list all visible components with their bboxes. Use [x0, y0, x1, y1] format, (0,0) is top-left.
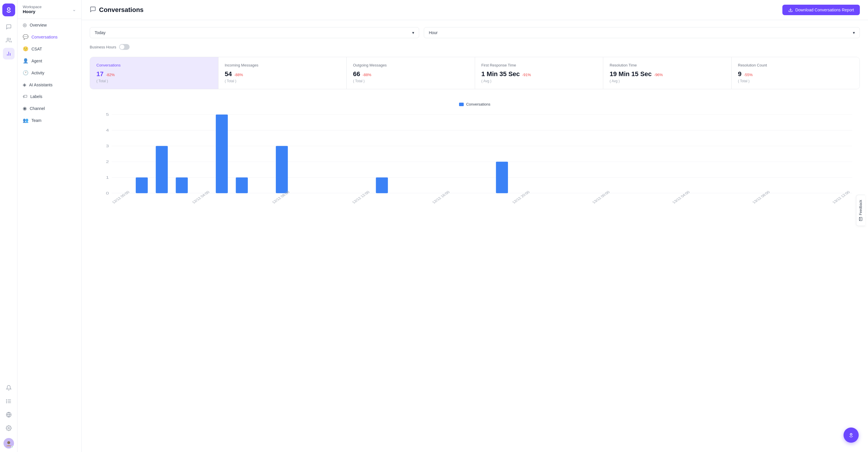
- svg-text:12/12 12:00: 12/12 12:00: [351, 190, 371, 204]
- workspace-info: Workspace Hoory: [23, 5, 42, 14]
- nav-item-ai-assistants[interactable]: ◈ AI Assistants: [18, 79, 81, 91]
- rail-list-icon[interactable]: [3, 395, 14, 407]
- stat-label-resolution-count: Resolution Count: [738, 63, 854, 67]
- fab-button[interactable]: [843, 427, 859, 443]
- team-nav-label: Team: [31, 118, 41, 123]
- business-hours-toggle[interactable]: [119, 44, 130, 50]
- nav-menu: ◎ Overview💬 Conversations🙂 CSAT👤 Agent🕐 …: [18, 19, 81, 126]
- nav-item-agent[interactable]: 👤 Agent: [18, 55, 81, 67]
- stat-sub-resolution-count: ( Total ): [738, 79, 854, 83]
- stat-sub-outgoing-messages: ( Total ): [353, 79, 468, 83]
- bar-2: [156, 146, 168, 193]
- labels-nav-icon: 🏷: [23, 94, 27, 99]
- svg-text:13/12 04:00: 13/12 04:00: [671, 190, 691, 204]
- nav-item-labels[interactable]: 🏷 Labels: [18, 91, 81, 102]
- stat-change-outgoing-messages: -88%: [362, 73, 371, 77]
- ai-assistants-nav-icon: ◈: [23, 82, 26, 87]
- business-hours-row: Business Hours: [90, 44, 860, 50]
- date-filter-chevron-icon: ▾: [412, 30, 414, 35]
- nav-item-overview[interactable]: ◎ Overview: [18, 19, 81, 31]
- bar-19: [496, 162, 508, 193]
- legend-label: Conversations: [466, 102, 490, 107]
- feedback-tab[interactable]: Feedback: [856, 195, 865, 226]
- svg-text:12/12 00:00: 12/12 00:00: [111, 190, 130, 204]
- nav-item-team[interactable]: 👥 Team: [18, 114, 81, 126]
- workspace-label: Workspace: [23, 5, 42, 9]
- stat-value-row-first-response-time: 1 Min 35 Sec -91%: [482, 70, 597, 78]
- stat-change-resolution-count: -55%: [744, 73, 753, 77]
- rail-users-icon[interactable]: [3, 34, 14, 46]
- stat-value-row-resolution-time: 19 Min 15 Sec -96%: [610, 70, 725, 78]
- stat-value-conversations: 17: [96, 70, 103, 78]
- app-logo[interactable]: [2, 3, 15, 16]
- channel-nav-label: Channel: [30, 106, 45, 111]
- main-area: Conversations Download Conversations Rep…: [82, 0, 868, 452]
- nav-item-conversations[interactable]: 💬 Conversations: [18, 31, 81, 43]
- nav-item-channel[interactable]: ◉ Channel: [18, 102, 81, 114]
- bar-5: [216, 115, 228, 193]
- nav-item-csat[interactable]: 🙂 CSAT: [18, 43, 81, 55]
- svg-point-41: [850, 434, 852, 435]
- svg-text:4: 4: [106, 128, 109, 132]
- overview-nav-label: Overview: [30, 23, 46, 27]
- rail-bell-icon[interactable]: [3, 382, 14, 394]
- stat-card-resolution-count[interactable]: Resolution Count 9 -55% ( Total ): [732, 57, 860, 89]
- svg-text:0: 0: [106, 191, 109, 195]
- svg-text:12/12 20:00: 12/12 20:00: [511, 190, 531, 204]
- granularity-filter-value: Hour: [429, 30, 437, 35]
- team-nav-icon: 👥: [23, 117, 29, 123]
- bar-13: [376, 177, 388, 193]
- svg-point-1: [8, 8, 10, 10]
- activity-nav-icon: 🕐: [23, 70, 29, 76]
- svg-point-11: [6, 402, 7, 403]
- user-avatar-container[interactable]: [3, 438, 14, 449]
- stat-value-row-outgoing-messages: 66 -88%: [353, 70, 468, 78]
- topbar: Conversations Download Conversations Rep…: [82, 0, 868, 20]
- download-report-button[interactable]: Download Conversations Report: [782, 5, 860, 15]
- stat-card-resolution-time[interactable]: Resolution Time 19 Min 15 Sec -96% ( Avg…: [603, 57, 732, 89]
- channel-nav-icon: ◉: [23, 106, 27, 111]
- date-filter-select[interactable]: Today ▾: [90, 27, 419, 38]
- labels-nav-label: Labels: [30, 94, 42, 99]
- bar-3: [176, 177, 188, 193]
- svg-point-14: [8, 427, 9, 429]
- conversations-nav-icon: 💬: [23, 34, 29, 40]
- svg-point-2: [7, 38, 9, 40]
- workspace-title: Hoory: [23, 9, 42, 14]
- content-area: Today ▾ Hour ▾ Business Hours Conversati…: [82, 20, 868, 452]
- stat-value-resolution-count: 9: [738, 70, 742, 78]
- date-filter-value: Today: [95, 30, 105, 35]
- feedback-label: Feedback: [859, 200, 863, 215]
- user-avatar[interactable]: [3, 438, 14, 449]
- rail-globe-icon[interactable]: [3, 409, 14, 421]
- stat-value-row-resolution-count: 9 -55%: [738, 70, 854, 78]
- legend-dot: [459, 103, 464, 106]
- bar-6: [236, 177, 248, 193]
- stat-value-outgoing-messages: 66: [353, 70, 360, 78]
- rail-chart-icon[interactable]: [3, 48, 14, 59]
- overview-nav-icon: ◎: [23, 22, 27, 28]
- chart-legend: Conversations: [93, 102, 857, 107]
- rail-chat-icon[interactable]: [3, 21, 14, 33]
- filter-row: Today ▾ Hour ▾: [90, 27, 860, 38]
- online-indicator: [11, 446, 14, 448]
- csat-nav-label: CSAT: [31, 47, 42, 51]
- workspace-header[interactable]: Workspace Hoory ⌄: [18, 0, 81, 19]
- page-title-area: Conversations: [90, 6, 144, 14]
- stat-card-first-response-time[interactable]: First Response Time 1 Min 35 Sec -91% ( …: [475, 57, 603, 89]
- stat-value-row-incoming-messages: 54 -88%: [225, 70, 340, 78]
- rail-settings-icon[interactable]: [3, 422, 14, 434]
- bar-1: [136, 177, 148, 193]
- stat-change-conversations: -82%: [106, 73, 115, 77]
- stat-card-conversations[interactable]: Conversations 17 -82% ( Total ): [90, 57, 218, 89]
- page-title-icon: [90, 6, 96, 14]
- stat-value-row-conversations: 17 -82%: [96, 70, 212, 78]
- svg-point-15: [7, 441, 10, 444]
- svg-text:3: 3: [106, 144, 109, 148]
- svg-text:12/12 16:00: 12/12 16:00: [431, 190, 451, 204]
- stat-card-incoming-messages[interactable]: Incoming Messages 54 -88% ( Total ): [218, 57, 347, 89]
- nav-item-activity[interactable]: 🕐 Activity: [18, 67, 81, 79]
- stat-card-outgoing-messages[interactable]: Outgoing Messages 66 -88% ( Total ): [347, 57, 475, 89]
- stat-value-first-response-time: 1 Min 35 Sec: [482, 70, 520, 78]
- granularity-filter-select[interactable]: Hour ▾: [424, 27, 860, 38]
